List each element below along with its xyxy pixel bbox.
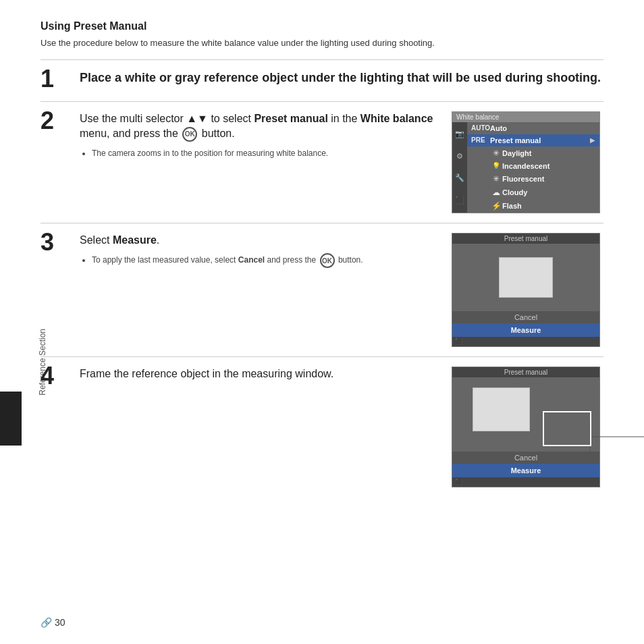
step-3-number: 3 <box>41 230 73 254</box>
step-4-screen-container: Preset manual Cancel Measure ⬛ <box>452 367 600 487</box>
wb-item-cloudy[interactable]: ☁ Cloudy <box>467 186 599 199</box>
step-2-content: Use the multi selector ▲▼ to select Pres… <box>80 111 603 213</box>
step-3-text: Select Measure. To apply the last measur… <box>80 233 452 268</box>
preset-viewfinder-3 <box>452 244 599 311</box>
step-2-title: Use the multi selector ▲▼ to select Pres… <box>80 111 445 142</box>
preset-bottom-3: ⬛ <box>452 337 599 346</box>
footer-icon: 🔗 <box>41 617 52 628</box>
step-4-screen-wrap: Preset manual Cancel Measure ⬛ <box>452 367 603 487</box>
measuring-window-overlay <box>543 411 591 446</box>
wb-item-daylight[interactable]: ✳ Daylight <box>467 146 599 160</box>
pre-pre: PRE <box>471 136 490 144</box>
camera-icon: 📷 <box>455 130 464 138</box>
preset-measure-4[interactable]: Measure <box>452 464 599 477</box>
wb-menu-icons: 📷 ⚙ 🔧 ⬛ <box>452 122 467 213</box>
step-3-bullets: To apply the last measured value, select… <box>80 253 445 268</box>
step-2-with-image: Use the multi selector ▲▼ to select Pres… <box>80 111 603 213</box>
step-4-text: Frame the reference object in the measur… <box>80 367 452 387</box>
ok-button-icon-2: OK <box>320 253 335 268</box>
preset-white-box-3 <box>499 257 553 298</box>
step-3-title: Select Measure. <box>80 233 445 248</box>
step-4-with-image: Frame the reference object in the measur… <box>80 367 603 487</box>
auto-label: Auto <box>490 124 595 132</box>
preset-title-3: Preset manual <box>452 234 599 244</box>
step-1-content: Place a white or gray reference object u… <box>80 70 603 92</box>
page-intro: Use the procedure below to measure the w… <box>41 36 603 50</box>
step-4-title: Frame the reference object in the measur… <box>80 367 445 381</box>
cloudy-label: Cloudy <box>502 188 595 196</box>
flash-label: Flash <box>502 202 595 210</box>
preset-title-4: Preset manual <box>452 367 599 377</box>
preset-bottom-4: ⬛ <box>452 477 599 487</box>
settings-icon-1: ⚙ <box>456 152 463 161</box>
preset-white-box-4 <box>473 387 530 431</box>
preset-screen-4: Preset manual Cancel Measure ⬛ <box>452 367 600 487</box>
step3-divider <box>41 356 603 357</box>
settings-icon-2: 🔧 <box>455 173 464 182</box>
preset-measure-3[interactable]: Measure <box>452 323 599 337</box>
page-footer: 🔗 30 <box>41 617 65 628</box>
cloudy-icon: ☁ <box>490 188 502 197</box>
fluorescent-label: Fluorescent <box>502 175 595 183</box>
step-3-screen: Preset manual Cancel Measure ⬛ <box>452 233 603 347</box>
auto-pre: AUTO <box>471 124 490 132</box>
page-title: Using Preset Manual <box>41 20 603 32</box>
wb-menu-title: White balance <box>452 112 599 122</box>
footer-page-number: 30 <box>55 617 65 628</box>
step-2: 2 Use the multi selector ▲▼ to select Pr… <box>41 111 603 213</box>
flash-icon: ⚡ <box>490 201 502 211</box>
preset-screen-3: Preset manual Cancel Measure ⬛ <box>452 233 600 347</box>
wb-item-flash[interactable]: ⚡ Flash <box>467 199 599 213</box>
step-1-number: 1 <box>41 67 73 91</box>
step-3-with-image: Select Measure. To apply the last measur… <box>80 233 603 347</box>
wb-item-fluorescent[interactable]: ✳ Fluorescent <box>467 172 599 186</box>
wb-item-preset[interactable]: PRE Preset manual ▶ <box>467 134 599 146</box>
wb-menu: White balance 📷 ⚙ 🔧 ⬛ <box>452 111 600 213</box>
fluorescent-icon: ✳ <box>490 174 502 184</box>
step-2-number: 2 <box>41 109 73 133</box>
settings-icon-3: ⬛ <box>455 196 464 205</box>
wb-menu-body: 📷 ⚙ 🔧 ⬛ AUTO Auto <box>452 122 599 213</box>
preset-viewfinder-4 <box>452 377 599 452</box>
wb-item-incandescent[interactable]: 💡 Incandescent <box>467 160 599 172</box>
step-2-screen: White balance 📷 ⚙ 🔧 ⬛ <box>452 111 603 213</box>
ok-button-icon: OK <box>182 127 197 142</box>
incandescent-icon: 💡 <box>490 162 502 169</box>
bottom-icon-4: ⬛ <box>455 479 462 485</box>
incandescent-label: Incandescent <box>502 162 595 170</box>
step-4-content: Frame the reference object in the measur… <box>80 367 603 487</box>
preset-cancel-3[interactable]: Cancel <box>452 311 599 323</box>
preset-cancel-4[interactable]: Cancel <box>452 452 599 464</box>
step2-divider <box>41 223 603 223</box>
step-2-bullet-1: The camera zooms in to the position for … <box>92 147 445 159</box>
step-3: 3 Select Measure. To apply the last meas… <box>41 233 603 347</box>
step-2-bullets: The camera zooms in to the position for … <box>80 147 445 159</box>
step-3-bullet-1: To apply the last measured value, select… <box>92 253 445 268</box>
page-container: Using Preset Manual Use the procedure be… <box>0 0 644 644</box>
step-4: 4 Frame the reference object in the meas… <box>41 367 603 487</box>
daylight-label: Daylight <box>502 149 595 157</box>
arrow-icon: ▶ <box>590 136 595 144</box>
step-1-title: Place a white or gray reference object u… <box>80 70 603 86</box>
wb-item-auto[interactable]: AUTO Auto <box>467 122 599 134</box>
step-2-text: Use the multi selector ▲▼ to select Pres… <box>80 111 452 159</box>
step-4-number: 4 <box>41 364 73 388</box>
title-section: Using Preset Manual Use the procedure be… <box>41 20 603 50</box>
preset-label: Preset manual <box>490 136 590 144</box>
step-1: 1 Place a white or gray reference object… <box>41 70 603 92</box>
wb-menu-items: AUTO Auto PRE Preset manual ▶ <box>467 122 599 213</box>
step1-divider <box>41 101 603 102</box>
daylight-icon: ✳ <box>490 149 502 158</box>
step-3-content: Select Measure. To apply the last measur… <box>80 233 603 347</box>
bottom-icon-3: ⬛ <box>455 338 462 345</box>
measuring-window-annotation <box>590 420 644 454</box>
section-divider <box>41 59 603 60</box>
